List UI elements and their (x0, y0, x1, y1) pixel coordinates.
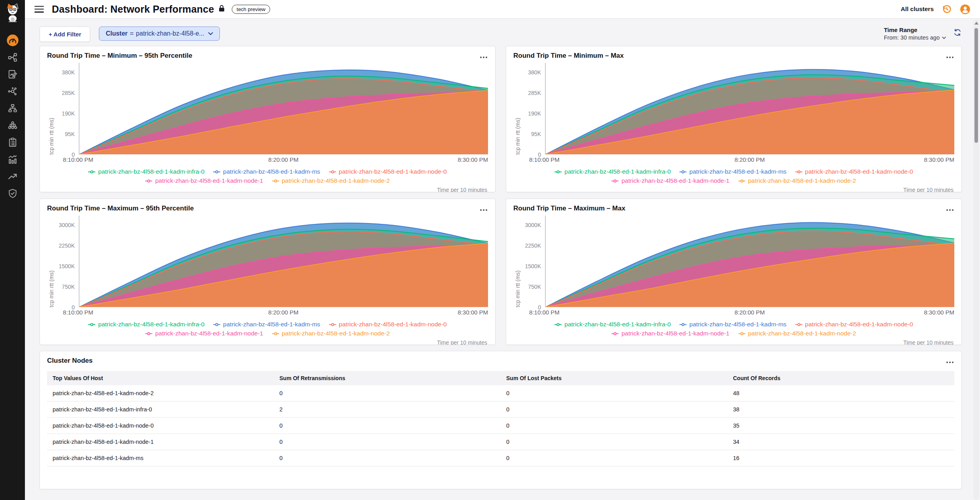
legend-item[interactable]: patrick-zhan-bz-4l58-ed-1-kadm-node-2 (738, 330, 856, 337)
legend-label: patrick-zhan-bz-4l58-ed-1-kadm-node-0 (805, 168, 913, 175)
legend-item[interactable]: patrick-zhan-bz-4l58-ed-1-kadm-ms (679, 321, 787, 328)
add-filter-button[interactable]: + Add Filter (40, 27, 90, 42)
table-row[interactable]: patrick-zhan-bz-4l58-ed-1-kadm-node-1003… (47, 434, 954, 450)
sidebar-item-infrastructure[interactable] (5, 100, 21, 116)
legend-item[interactable]: patrick-zhan-bz-4l58-ed-1-kadm-node-0 (329, 168, 447, 175)
area-chart[interactable] (545, 63, 954, 155)
refresh-icon[interactable] (953, 28, 962, 37)
table-cell: 2 (274, 402, 501, 418)
legend-label: patrick-zhan-bz-4l58-ed-1-kadm-node-1 (155, 330, 263, 337)
vertical-scrollbar[interactable] (973, 19, 979, 500)
y-tick: 1500K (59, 263, 75, 269)
table-column-header[interactable]: Top Values Of Host (47, 371, 274, 385)
legend-marker-icon (795, 170, 802, 174)
panel-options-button[interactable] (479, 204, 488, 214)
legend-item[interactable]: patrick-zhan-bz-4l58-ed-1-kadm-node-1 (145, 177, 263, 184)
lock-icon (219, 5, 225, 13)
table-column-header[interactable]: Sum Of Retransmissions (274, 371, 501, 385)
history-icon[interactable] (942, 4, 952, 14)
legend-label: patrick-zhan-bz-4l58-ed-1-kadm-ms (689, 321, 787, 328)
table-row[interactable]: patrick-zhan-bz-4l58-ed-1-kadm-ms0016 (47, 450, 954, 466)
y-axis-ticks: 380K285K190K95K0 (522, 63, 545, 155)
legend-label: patrick-zhan-bz-4l58-ed-1-kadm-infra-0 (564, 321, 671, 328)
legend-marker-icon (679, 323, 687, 326)
sidebar-item-trends[interactable] (5, 169, 21, 184)
area-chart[interactable] (545, 216, 954, 307)
x-tick: 8:10:00 PM (529, 156, 560, 163)
trend-arrow-icon (8, 171, 18, 182)
scrollbar-thumb[interactable] (974, 28, 978, 143)
table-cell: patrick-zhan-bz-4l58-ed-1-kadm-node-2 (47, 385, 274, 402)
legend-label: patrick-zhan-bz-4l58-ed-1-kadm-node-0 (805, 321, 913, 328)
y-tick: 380K (62, 69, 75, 76)
chart-title: Round Trip Time – Minimum – Max (513, 52, 624, 60)
sidebar-item-tasks[interactable] (5, 134, 21, 150)
legend-item[interactable]: patrick-zhan-bz-4l58-ed-1-kadm-ms (213, 168, 320, 175)
x-tick: 8:10:00 PM (63, 309, 93, 316)
sidebar-item-topology[interactable] (5, 49, 21, 65)
legend-item[interactable]: patrick-zhan-bz-4l58-ed-1-kadm-ms (679, 168, 787, 175)
charts-grid: Round Trip Time – Minimum – 95th Percent… (40, 46, 962, 345)
x-axis-ticks: 8:10:00 PM8:20:00 PM8:30:00 PM (79, 309, 488, 318)
table-cell: 38 (728, 402, 955, 418)
legend-marker-icon (554, 170, 562, 174)
table-column-header[interactable]: Sum Of Lost Packets (501, 371, 728, 385)
legend-label: patrick-zhan-bz-4l58-ed-1-kadm-node-1 (621, 330, 729, 337)
y-axis-ticks: 380K285K190K95K0 (56, 63, 79, 155)
clipboard-list-icon (8, 137, 18, 148)
cat-mascot-logo[interactable] (4, 2, 21, 24)
legend-item[interactable]: patrick-zhan-bz-4l58-ed-1-kadm-node-0 (795, 168, 913, 175)
legend-item[interactable]: patrick-zhan-bz-4l58-ed-1-kadm-infra-0 (88, 321, 204, 328)
network-topology-icon (8, 52, 18, 62)
legend-label: patrick-zhan-bz-4l58-ed-1-kadm-node-2 (282, 177, 390, 184)
legend-item[interactable]: patrick-zhan-bz-4l58-ed-1-kadm-node-1 (145, 330, 263, 337)
legend-item[interactable]: patrick-zhan-bz-4l58-ed-1-kadm-node-0 (329, 321, 447, 328)
filter-field: Cluster (106, 30, 127, 37)
panel-options-button[interactable] (479, 51, 488, 62)
user-avatar-icon[interactable] (960, 4, 971, 15)
chevron-down-icon (208, 32, 213, 35)
sidebar-item-reports[interactable] (5, 66, 21, 82)
x-axis-ticks: 8:10:00 PM8:20:00 PM8:30:00 PM (79, 156, 488, 166)
legend-marker-icon (145, 179, 152, 183)
legend-label: patrick-zhan-bz-4l58-ed-1-kadm-node-1 (621, 177, 729, 184)
area-chart[interactable] (79, 63, 488, 155)
legend-item[interactable]: patrick-zhan-bz-4l58-ed-1-kadm-infra-0 (554, 321, 671, 328)
sidebar-item-analytics[interactable] (5, 152, 21, 167)
cluster-filter-chip[interactable]: Cluster = patrick-zhan-bz-4l58-e... (99, 27, 220, 41)
sidebar-item-connections[interactable] (5, 83, 21, 99)
scroll-up-arrow[interactable] (974, 22, 978, 25)
table-row[interactable]: patrick-zhan-bz-4l58-ed-1-kadm-node-2004… (47, 385, 954, 402)
chart-title: Round Trip Time – Minimum – 95th Percent… (47, 52, 192, 60)
menu-icon[interactable] (34, 6, 44, 13)
legend-label: patrick-zhan-bz-4l58-ed-1-kadm-infra-0 (98, 321, 204, 328)
panel-options-button[interactable] (946, 204, 954, 214)
legend-item[interactable]: patrick-zhan-bz-4l58-ed-1-kadm-node-2 (272, 330, 390, 337)
sidebar-item-dashboards[interactable] (5, 32, 21, 48)
y-tick: 750K (528, 284, 541, 290)
y-axis-ticks: 3000K2250K1500K750K0 (522, 216, 545, 307)
sidebar-item-security[interactable] (5, 186, 21, 201)
legend-item[interactable]: patrick-zhan-bz-4l58-ed-1-kadm-infra-0 (88, 168, 204, 175)
legend-item[interactable]: patrick-zhan-bz-4l58-ed-1-kadm-ms (213, 321, 320, 328)
panel-options-button[interactable] (946, 51, 954, 62)
x-tick: 8:20:00 PM (268, 156, 299, 163)
table-row[interactable]: patrick-zhan-bz-4l58-ed-1-kadm-infra-020… (47, 402, 954, 418)
legend-item[interactable]: patrick-zhan-bz-4l58-ed-1-kadm-node-1 (611, 177, 729, 184)
legend-marker-icon (272, 179, 279, 183)
legend-item[interactable]: patrick-zhan-bz-4l58-ed-1-kadm-node-2 (272, 177, 390, 184)
sidebar-item-clusters[interactable] (5, 117, 21, 133)
panel-options-button[interactable] (946, 356, 954, 367)
legend-item[interactable]: patrick-zhan-bz-4l58-ed-1-kadm-node-0 (795, 321, 913, 328)
area-chart[interactable] (79, 216, 488, 307)
all-clusters-selector[interactable]: All clusters (901, 6, 934, 13)
table-row[interactable]: patrick-zhan-bz-4l58-ed-1-kadm-node-0003… (47, 418, 954, 434)
legend-item[interactable]: patrick-zhan-bz-4l58-ed-1-kadm-node-1 (611, 330, 729, 337)
table-column-header[interactable]: Count Of Records (728, 371, 955, 385)
legend-item[interactable]: patrick-zhan-bz-4l58-ed-1-kadm-infra-0 (554, 168, 671, 175)
legend-item[interactable]: patrick-zhan-bz-4l58-ed-1-kadm-node-2 (738, 177, 856, 184)
y-axis-ticks: 3000K2250K1500K750K0 (56, 216, 79, 307)
time-range-value[interactable]: From: 30 minutes ago (884, 34, 946, 41)
x-tick: 8:10:00 PM (63, 156, 93, 163)
y-tick: 95K (65, 131, 75, 137)
